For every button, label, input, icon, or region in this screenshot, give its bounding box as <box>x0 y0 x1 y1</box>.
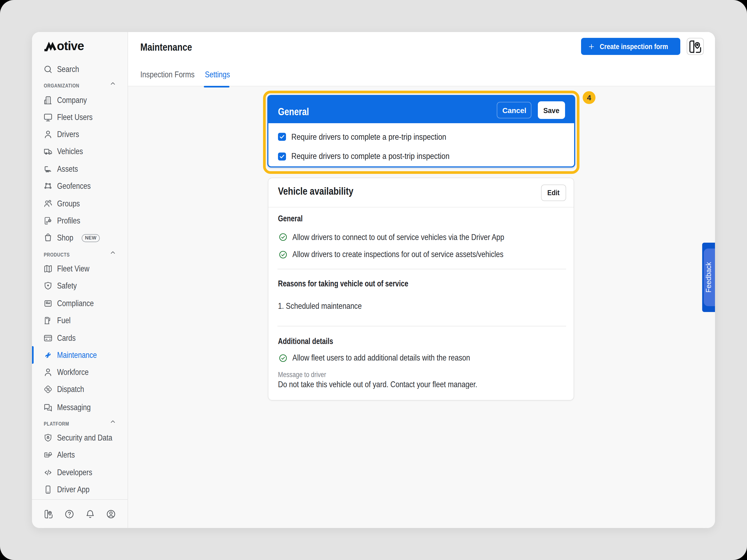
svg-text:otive: otive <box>57 39 84 52</box>
